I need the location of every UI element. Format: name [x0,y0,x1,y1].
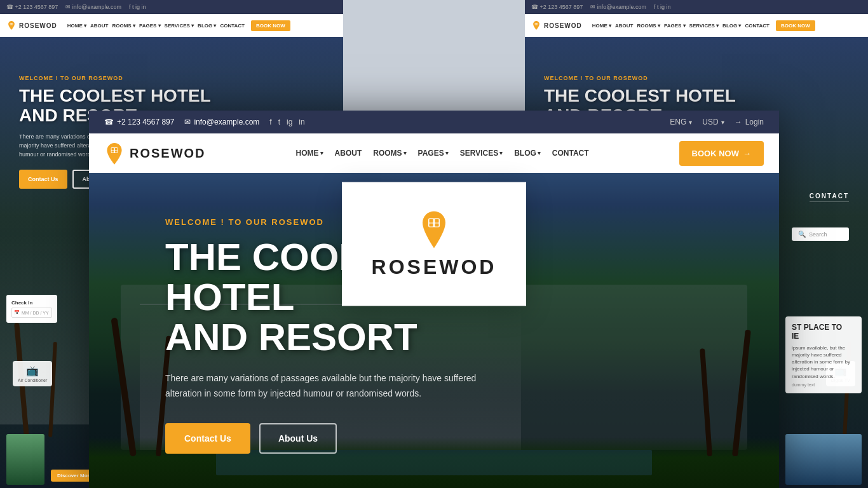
main-topbar: ☎ +2 123 4567 897 ✉ info@example.com f t… [89,111,779,133]
svg-rect-12 [115,148,118,151]
mini-best-place-desc: ipsum available, but the majority have s… [792,344,855,380]
svg-rect-14 [115,151,118,152]
mini-welcome-right: WELCOME ! TO OUR ROSEWOD [544,75,736,81]
mini-contact-text-right: CONTACT [810,189,849,201]
screen-wrapper: ☎ +2 123 4567 897 ✉ info@example.com f t… [0,0,868,488]
mini-bottom-card-left [6,434,44,485]
center-logo-icon [416,210,452,250]
hero-about-btn[interactable]: About Us [259,423,337,454]
svg-rect-16 [430,219,433,223]
instagram-icon[interactable]: ig [287,118,292,126]
mini-logo-text-left: ROSEWOD [19,22,57,29]
linkedin-icon[interactable]: in [299,118,304,126]
svg-rect-2 [11,23,12,24]
mini-checkin-label: Check In [11,300,52,306]
logo-text: ROSEWOD [130,146,206,161]
mini-topbar-left: ☎ +2 123 4567 897 ✉ info@example.com f t… [0,0,343,14]
mini-nav-rooms-right: ROOMS ▾ [637,23,660,29]
mini-nav-home-left: HOME ▾ [67,23,86,29]
mini-checkin-input[interactable]: 📅MM / DD / YY [11,308,52,318]
mini-social-right: f t ig in [654,4,671,10]
mini-logo-icon-right [531,20,541,30]
mini-nav-contact-right: CONTACT [745,23,770,29]
svg-rect-8 [535,24,536,25]
mini-nav-about-left: ABOUT [90,23,108,29]
mini-best-place-dummy: dummy text [792,383,855,387]
topbar-phone: ☎ +2 123 4567 897 [104,118,174,126]
mini-nav-blog-right: BLOG ▾ [722,23,741,29]
mini-ac-label: Air Conditioner [18,378,47,383]
mini-phone-right: ☎ +2 123 4567 897 [531,4,583,10]
svg-rect-4 [11,24,12,25]
nav-services[interactable]: SERVICES ▾ [455,144,508,163]
book-now-btn[interactable]: BOOK NOW → [679,141,764,166]
mini-ac-card: 📺 Air Conditioner [13,361,52,386]
mini-email-right: ✉ info@example.com [590,4,646,10]
mini-logo-text-right: ROSEWOD [544,22,582,29]
nav-contact[interactable]: CONTACT [547,144,594,163]
svg-rect-19 [435,224,439,227]
search-icon-right: 🔍 [798,231,806,238]
facebook-icon[interactable]: f [269,118,271,126]
mini-bottom-card-right [785,434,862,485]
mini-book-btn-left[interactable]: BOOK NOW [251,20,290,31]
hero-description: There are many variations of passages av… [165,371,483,402]
mini-nav-pages-left: PAGES ▾ [139,23,161,29]
mini-nav-rooms-left: ROOMS ▾ [112,23,135,29]
mini-topbar-right: ☎ +2 123 4567 897 ✉ info@example.com f t… [525,0,868,14]
mini-nav-contact-left: CONTACT [220,23,245,29]
mini-nav-pages-right: PAGES ▾ [664,23,686,29]
hero-contact-btn[interactable]: Contact Us [165,423,250,454]
mini-welcome-left: WELCOME ! TO OUR ROSEWOD [19,75,211,81]
mini-phone-left: ☎ +2 123 4567 897 [6,4,58,10]
nav-about[interactable]: ABOUT [330,144,367,163]
logo-icon [104,142,125,165]
center-logo-modal: ROSEWOD [342,182,526,306]
mini-email-left: ✉ info@example.com [65,4,121,10]
email-icon: ✉ [184,118,191,126]
mini-social-left: f t ig in [129,4,146,10]
topbar-right: ENG ▾ USD ▾ → Login [670,118,764,126]
mini-navbar-left: ROSEWOD HOME ▾ ABOUT ROOMS ▾ PAGES ▾ SER… [0,14,343,37]
mini-book-btn-right[interactable]: BOOK NOW [776,20,815,31]
phone-icon: ☎ [104,118,114,126]
mini-logo-left: ROSEWOD [6,20,57,30]
hero-pool [216,450,652,475]
lang-chevron: ▾ [689,119,692,126]
center-logo-text: ROSEWOD [372,255,497,279]
main-navbar: ROSEWOD HOME ▾ ABOUT ROOMS ▾ PAGES ▾ SER… [89,133,779,173]
mini-logo-right: ROSEWOD [531,20,582,30]
blog-chevron: ▾ [538,150,541,156]
pages-chevron: ▾ [445,150,449,156]
svg-rect-3 [10,24,11,25]
nav-home[interactable]: HOME ▾ [291,144,329,163]
svg-rect-1 [10,23,11,24]
mini-nav-services-right: SERVICES ▾ [689,23,719,29]
svg-rect-7 [536,23,537,24]
twitter-icon[interactable]: t [278,118,280,126]
nav-blog[interactable]: BLOG ▾ [509,144,546,163]
currency-selector[interactable]: USD ▾ [702,118,724,126]
currency-chevron: ▾ [721,119,724,126]
nav-rooms[interactable]: ROOMS ▾ [368,144,411,163]
main-nav-links: HOME ▾ ABOUT ROOMS ▾ PAGES ▾ SERVICES ▾ … [291,144,594,163]
topbar-social: f t ig in [269,118,304,126]
nav-pages[interactable]: PAGES ▾ [413,144,454,163]
hero-cta-buttons: Contact Us About Us [165,423,559,454]
login-btn[interactable]: → Login [735,118,764,126]
svg-rect-9 [536,24,537,25]
rooms-chevron: ▾ [403,150,407,156]
mini-nav-blog-left: BLOG ▾ [198,23,216,29]
search-label-right: Search [809,231,827,238]
book-arrow-icon: → [743,149,751,158]
mini-best-place-title: ST PLACE TOIE [792,323,855,341]
main-logo[interactable]: ROSEWOD [104,142,206,165]
svg-rect-17 [435,219,439,223]
mini-ac-icon: 📺 [18,365,47,377]
topbar-left: ☎ +2 123 4567 897 ✉ info@example.com f t… [104,118,305,126]
mini-best-place-card: ST PLACE TOIE ipsum available, but the m… [785,316,862,393]
mini-checkin-left: Check In 📅MM / DD / YY [6,295,57,323]
lang-selector[interactable]: ENG ▾ [670,118,692,126]
mini-contact-btn-left[interactable]: Contact Us [19,170,67,189]
svg-rect-13 [112,151,114,152]
